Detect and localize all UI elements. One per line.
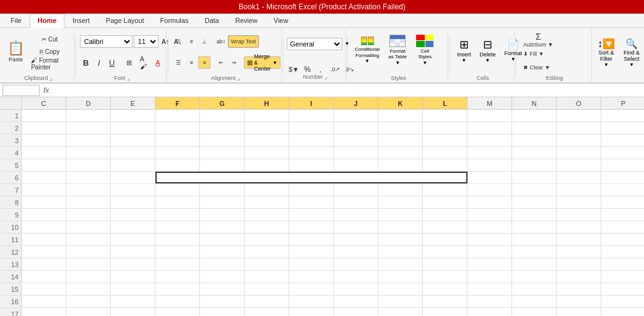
cell-L8[interactable] <box>423 196 468 208</box>
cell-P13[interactable] <box>601 258 644 270</box>
merge-center-button[interactable]: ⊞ Merge & Center ▼ <box>244 56 281 69</box>
row-number-8[interactable]: 8 <box>0 196 22 208</box>
cell-I8[interactable] <box>289 196 334 208</box>
cell-P12[interactable] <box>601 246 644 258</box>
cell-L7[interactable] <box>423 184 468 196</box>
cell-L14[interactable] <box>423 271 468 283</box>
cell-L6[interactable] <box>423 172 468 183</box>
cell-K12[interactable] <box>378 246 423 258</box>
cell-C13[interactable] <box>22 258 66 270</box>
cell-G5[interactable] <box>200 159 245 171</box>
cell-F7[interactable] <box>155 184 200 196</box>
col-header-f[interactable]: F <box>155 97 200 109</box>
cell-D9[interactable] <box>66 209 111 221</box>
cell-M2[interactable] <box>468 122 512 134</box>
align-bottom-button[interactable]: ⊥ <box>198 35 211 48</box>
cell-D15[interactable] <box>66 283 111 295</box>
cell-L4[interactable] <box>423 147 468 159</box>
cell-K6[interactable] <box>378 172 423 183</box>
cell-K7[interactable] <box>378 184 423 196</box>
cell-N9[interactable] <box>512 209 557 221</box>
cell-I5[interactable] <box>289 159 334 171</box>
cell-H3[interactable] <box>245 134 289 146</box>
col-header-i[interactable]: I <box>289 97 334 109</box>
cell-F17[interactable] <box>155 308 200 316</box>
cell-L13[interactable] <box>423 258 468 270</box>
copy-button[interactable]: ⎘ Copy <box>28 46 71 57</box>
tab-file[interactable]: File <box>2 14 30 27</box>
cell-H11[interactable] <box>245 234 289 245</box>
cell-J15[interactable] <box>334 283 378 295</box>
cell-E10[interactable] <box>111 221 155 233</box>
cell-D16[interactable] <box>66 296 111 307</box>
cell-L1[interactable] <box>423 110 468 121</box>
cell-P5[interactable] <box>601 159 644 171</box>
align-top-button[interactable]: ⊤ <box>172 35 185 48</box>
cell-O2[interactable] <box>557 122 601 134</box>
cell-N12[interactable] <box>512 246 557 258</box>
cell-E14[interactable] <box>111 271 155 283</box>
cell-D10[interactable] <box>66 221 111 233</box>
cell-E5[interactable] <box>111 159 155 171</box>
cell-H4[interactable] <box>245 147 289 159</box>
conditional-formatting-button[interactable]: ConditionalFormatting ▼ <box>352 33 383 68</box>
col-header-c[interactable]: C <box>22 97 66 109</box>
autosum-button[interactable]: Σ AutoSum ▼ <box>520 33 556 46</box>
border-button[interactable]: ⊞ <box>123 56 136 69</box>
cell-F11[interactable] <box>155 234 200 245</box>
row-number-13[interactable]: 13 <box>0 258 22 270</box>
cell-D17[interactable] <box>66 308 111 316</box>
cell-G3[interactable] <box>200 134 245 146</box>
cell-N8[interactable] <box>512 196 557 208</box>
cell-F1[interactable] <box>155 110 200 121</box>
cell-J8[interactable] <box>334 196 378 208</box>
clear-button[interactable]: ✖ Clear ▼ <box>520 61 553 74</box>
cell-K8[interactable] <box>378 196 423 208</box>
cell-L5[interactable] <box>423 159 468 171</box>
row-number-9[interactable]: 9 <box>0 209 22 221</box>
cell-H12[interactable] <box>245 246 289 258</box>
format-as-table-button[interactable]: Formatas Table ▼ <box>384 33 411 68</box>
cell-G8[interactable] <box>200 196 245 208</box>
cell-G13[interactable] <box>200 258 245 270</box>
cell-I9[interactable] <box>289 209 334 221</box>
number-format-select[interactable]: General <box>287 38 342 50</box>
cell-M11[interactable] <box>468 234 512 245</box>
row-number-3[interactable]: 3 <box>0 134 22 146</box>
cell-K2[interactable] <box>378 122 423 134</box>
cell-E3[interactable] <box>111 134 155 146</box>
cell-D14[interactable] <box>66 271 111 283</box>
cell-H16[interactable] <box>245 296 289 307</box>
cell-H17[interactable] <box>245 308 289 316</box>
cell-E2[interactable] <box>111 122 155 134</box>
cell-K5[interactable] <box>378 159 423 171</box>
cell-L11[interactable] <box>423 234 468 245</box>
cell-F12[interactable] <box>155 246 200 258</box>
cell-O11[interactable] <box>557 234 601 245</box>
cell-O13[interactable] <box>557 258 601 270</box>
cell-O9[interactable] <box>557 209 601 221</box>
col-header-k[interactable]: K <box>378 97 423 109</box>
cell-J3[interactable] <box>334 134 378 146</box>
cell-I14[interactable] <box>289 271 334 283</box>
cell-P3[interactable] <box>601 134 644 146</box>
tab-home[interactable]: Home <box>30 14 65 28</box>
cell-M10[interactable] <box>468 221 512 233</box>
cell-K1[interactable] <box>378 110 423 121</box>
cell-O12[interactable] <box>557 246 601 258</box>
cell-G14[interactable] <box>200 271 245 283</box>
cell-H15[interactable] <box>245 283 289 295</box>
cell-F4[interactable] <box>155 147 200 159</box>
cell-E1[interactable] <box>111 110 155 121</box>
cell-E6[interactable] <box>111 172 155 183</box>
tab-formulas[interactable]: Formulas <box>152 14 197 27</box>
cell-F5[interactable] <box>155 159 200 171</box>
cell-P1[interactable] <box>601 110 644 121</box>
cell-H14[interactable] <box>245 271 289 283</box>
row-number-4[interactable]: 4 <box>0 147 22 159</box>
row-number-2[interactable]: 2 <box>0 122 22 134</box>
row-number-17[interactable]: 17 <box>0 308 22 316</box>
cell-O3[interactable] <box>557 134 601 146</box>
cell-L17[interactable] <box>423 308 468 316</box>
cell-P17[interactable] <box>601 308 644 316</box>
